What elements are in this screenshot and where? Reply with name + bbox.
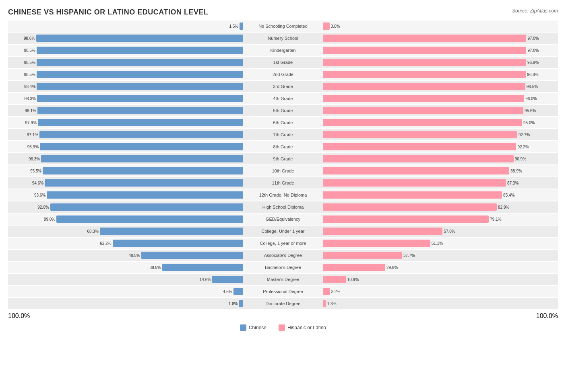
left-section: 93.6% xyxy=(8,189,243,201)
row-label: Associate's Degree xyxy=(243,253,323,258)
left-section: 14.6% xyxy=(8,274,243,285)
right-bar: 95.6% xyxy=(323,107,523,114)
right-value: 92.2% xyxy=(517,145,529,149)
row-label: 6th Grade xyxy=(243,120,323,125)
row-label: High School Diploma xyxy=(243,205,323,209)
right-section: 10.9% xyxy=(323,274,558,285)
right-bar: 87.3% xyxy=(323,179,506,187)
right-value: 87.3% xyxy=(507,181,518,185)
left-value: 95.5% xyxy=(30,169,41,173)
right-value: 92.7% xyxy=(518,133,530,137)
right-section: 57.0% xyxy=(323,226,558,237)
left-bar: 14.6% xyxy=(212,276,243,283)
right-value: 3.2% xyxy=(331,289,341,294)
left-bar: 92.0% xyxy=(50,203,243,211)
right-bar: 3.2% xyxy=(323,288,330,295)
left-value: 1.8% xyxy=(229,302,238,306)
left-bar: 98.5% xyxy=(37,59,243,66)
left-value: 1.5% xyxy=(229,24,238,29)
left-value: 68.3% xyxy=(87,229,98,234)
right-value: 29.6% xyxy=(386,265,398,270)
right-bar: 3.0% xyxy=(323,23,330,30)
right-value: 1.3% xyxy=(327,302,337,306)
row-label: 2nd Grade xyxy=(243,72,323,77)
left-bar: 62.2% xyxy=(113,240,243,247)
left-section: 98.5% xyxy=(8,57,243,68)
left-bar: 4.5% xyxy=(233,288,243,295)
row-label: College, 1 year or more xyxy=(243,241,323,246)
right-value: 96.5% xyxy=(527,84,538,89)
right-bar: 97.0% xyxy=(323,47,526,54)
left-value: 38.5% xyxy=(149,265,161,270)
left-axis-label: 100.0% xyxy=(8,312,30,320)
chart-row: 98.5%1st Grade96.9% xyxy=(8,57,558,68)
left-bar: 97.9% xyxy=(38,119,243,126)
chart-row: 89.0%GED/Equivalency79.1% xyxy=(8,213,558,225)
right-section: 37.7% xyxy=(323,250,558,261)
right-bar: 37.7% xyxy=(323,252,402,259)
chart-row: 1.8%Doctorate Degree1.3% xyxy=(8,298,558,309)
chart-row: 98.1%5th Grade95.6% xyxy=(8,105,558,116)
left-bar: 1.5% xyxy=(240,23,243,30)
right-bar: 82.9% xyxy=(323,203,497,211)
right-bar: 90.9% xyxy=(323,155,514,162)
left-section: 48.5% xyxy=(8,250,243,261)
left-value: 98.3% xyxy=(24,96,35,101)
right-bar: 1.3% xyxy=(323,300,326,307)
right-bar: 96.9% xyxy=(323,59,526,66)
right-section: 3.0% xyxy=(323,21,558,32)
chart-row: 96.3%9th Grade90.9% xyxy=(8,153,558,164)
chart-row: 4.5%Professional Degree3.2% xyxy=(8,286,558,297)
chart-row: 98.5%2nd Grade96.8% xyxy=(8,69,558,80)
left-bar: 96.9% xyxy=(40,143,243,150)
left-value: 92.0% xyxy=(37,205,49,209)
legend-item-hispanic: Hispanic or Latino xyxy=(279,324,326,331)
left-section: 94.6% xyxy=(8,177,243,189)
chart-row: 94.6%11th Grade87.3% xyxy=(8,177,558,189)
right-section: 88.9% xyxy=(323,165,558,177)
chart-row: 92.0%High School Diploma82.9% xyxy=(8,201,558,213)
left-section: 97.1% xyxy=(8,129,243,140)
right-value: 3.0% xyxy=(331,24,340,29)
left-bar: 94.6% xyxy=(45,179,243,187)
left-section: 1.8% xyxy=(8,298,243,309)
left-bar: 68.3% xyxy=(100,228,243,235)
left-value: 48.5% xyxy=(128,253,140,258)
right-value: 10.9% xyxy=(347,277,359,282)
row-label: Bachelor's Degree xyxy=(243,265,323,270)
right-section: 90.9% xyxy=(323,153,558,164)
right-section: 96.0% xyxy=(323,93,558,104)
right-bar: 79.1% xyxy=(323,215,489,223)
right-section: 3.2% xyxy=(323,286,558,297)
row-label: 10th Grade xyxy=(243,168,323,173)
chart-row: 93.6%12th Grade, No Diploma85.4% xyxy=(8,189,558,201)
left-value: 98.6% xyxy=(24,36,35,41)
left-section: 1.5% xyxy=(8,21,243,32)
left-section: 98.4% xyxy=(8,81,243,92)
right-value: 95.6% xyxy=(525,109,536,113)
legend-item-chinese: Chinese xyxy=(240,324,266,331)
chart-row: 97.9%6th Grade95.0% xyxy=(8,117,558,128)
legend: Chinese Hispanic or Latino xyxy=(8,324,558,331)
left-bar: 38.5% xyxy=(162,264,243,271)
chart-row: 96.9%8th Grade92.2% xyxy=(8,141,558,152)
right-bar: 97.0% xyxy=(323,35,526,42)
right-value: 51.1% xyxy=(432,241,443,246)
right-bar: 88.9% xyxy=(323,167,509,174)
right-section: 82.9% xyxy=(323,201,558,213)
right-value: 79.1% xyxy=(490,217,501,222)
left-section: 98.1% xyxy=(8,105,243,116)
right-bar: 95.0% xyxy=(323,119,522,126)
chart-row: 98.3%4th Grade96.0% xyxy=(8,93,558,104)
left-value: 14.6% xyxy=(200,277,211,282)
chinese-legend-label: Chinese xyxy=(249,325,266,330)
left-value: 98.4% xyxy=(24,84,35,89)
right-value: 88.9% xyxy=(510,169,522,173)
row-label: College, Under 1 year xyxy=(243,229,323,234)
row-label: Nursery School xyxy=(243,36,323,41)
left-section: 97.9% xyxy=(8,117,243,128)
left-section: 96.9% xyxy=(8,141,243,152)
left-section: 96.3% xyxy=(8,153,243,164)
left-bar: 95.5% xyxy=(43,167,243,174)
row-label: Doctorate Degree xyxy=(243,301,323,306)
